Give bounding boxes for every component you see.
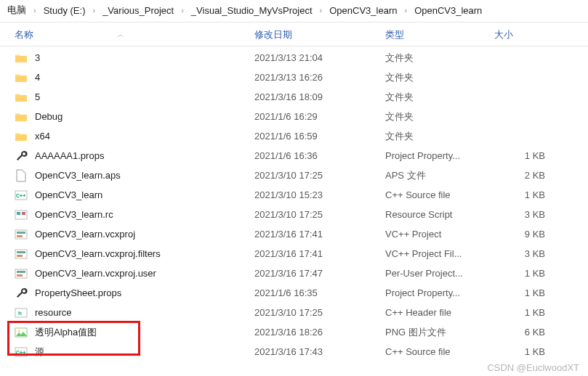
file-date: 2021/3/10 15:23 [254, 189, 385, 200]
svg-text:C++: C++ [16, 350, 25, 355]
column-header-size[interactable]: 大小 [494, 28, 560, 41]
file-row[interactable]: OpenCV3_learn.vcxproj.user2021/3/16 17:4… [0, 263, 588, 283]
file-size: 1 KB [494, 346, 560, 357]
rc-icon [15, 208, 28, 221]
file-name: 透明Alpha值图 [35, 326, 97, 339]
file-name: OpenCV3_learn [35, 189, 102, 200]
column-headers: 名称 ︿ 修改日期 类型 大小 [0, 27, 588, 46]
file-name: 5 [35, 91, 40, 102]
file-date: 2021/3/16 17:43 [254, 346, 385, 357]
wrench-icon [15, 287, 28, 300]
column-header-name[interactable]: 名称 ︿ [15, 28, 254, 41]
breadcrumb-item[interactable]: Study (E:) [41, 4, 89, 17]
file-name: OpenCV3_learn.vcxproj.user [35, 268, 156, 279]
chevron-right-icon: › [400, 6, 411, 15]
file-date: 2021/3/10 17:25 [254, 170, 385, 181]
column-label: 名称 [15, 28, 33, 41]
file-row[interactable]: OpenCV3_learn.vcxproj2021/3/16 17:41VC++… [0, 224, 588, 244]
vcproj-icon [15, 267, 28, 280]
file-name: 4 [35, 72, 40, 83]
file-size: 3 KB [494, 248, 560, 259]
file-date: 2021/3/16 17:47 [254, 268, 385, 279]
watermark: CSDN @EuclwoodXT [487, 362, 579, 373]
file-size: 6 KB [494, 327, 560, 338]
file-type: C++ Source file [385, 346, 494, 357]
file-type: VC++ Project Fil... [385, 248, 494, 259]
file-row[interactable]: 52021/3/16 18:09文件夹 [0, 87, 588, 107]
chevron-right-icon: › [29, 6, 41, 15]
file-row[interactable]: OpenCV3_learn.rc2021/3/10 17:25Resource … [0, 205, 588, 224]
folder-icon [15, 130, 28, 143]
breadcrumb-item[interactable]: 电脑 [4, 2, 29, 18]
file-type: 文件夹 [385, 91, 494, 104]
file-row[interactable]: hresource2021/3/10 17:25C++ Header file1… [0, 303, 588, 322]
file-date: 2021/3/16 17:41 [254, 248, 385, 259]
vcproj-icon [15, 248, 28, 261]
file-type: Project Property... [385, 150, 494, 161]
file-type: VC++ Project [385, 229, 494, 240]
folder-icon [15, 91, 28, 104]
svg-rect-8 [15, 250, 27, 258]
divider [0, 22, 588, 23]
file-name: AAAAAA1.props [35, 150, 104, 161]
file-name: 3 [35, 52, 40, 63]
svg-text:C++: C++ [16, 193, 25, 198]
file-row[interactable]: 32021/3/13 21:04文件夹 [0, 48, 588, 68]
file-row[interactable]: 透明Alpha值图2021/3/16 18:26PNG 图片文件6 KB [0, 322, 588, 342]
file-name: OpenCV3_learn.vcxproj.filters [35, 248, 161, 259]
file-row[interactable]: AAAAAA1.props2021/1/6 16:36Project Prope… [0, 146, 588, 165]
svg-rect-12 [17, 271, 25, 273]
file-row[interactable]: 42021/3/13 16:26文件夹 [0, 68, 588, 87]
wrench-icon [15, 150, 28, 163]
svg-rect-6 [17, 232, 25, 234]
file-row[interactable]: x642021/1/6 16:59文件夹 [0, 126, 588, 146]
file-date: 2021/3/13 21:04 [254, 52, 385, 63]
file-list: 32021/3/13 21:04文件夹42021/3/13 16:26文件夹52… [0, 46, 588, 361]
file-date: 2021/1/6 16:29 [254, 111, 385, 122]
file-size: 1 KB [494, 268, 560, 279]
file-date: 2021/3/10 17:25 [254, 307, 385, 318]
column-header-date[interactable]: 修改日期 [254, 28, 385, 41]
file-type: 文件夹 [385, 52, 494, 65]
file-date: 2021/1/6 16:35 [254, 287, 385, 298]
file-date: 2021/1/6 16:36 [254, 150, 385, 161]
file-type: 文件夹 [385, 110, 494, 123]
file-row[interactable]: OpenCV3_learn.vcxproj.filters2021/3/16 1… [0, 244, 588, 263]
breadcrumb-item[interactable]: _Visual_Studio_MyVsProject [188, 4, 315, 17]
file-row[interactable]: C++OpenCV3_learn2021/3/10 15:23C++ Sourc… [0, 185, 588, 205]
file-date: 2021/3/13 16:26 [254, 72, 385, 83]
file-row[interactable]: PropertySheet.props2021/1/6 16:35Project… [0, 283, 588, 303]
svg-point-17 [18, 330, 20, 332]
file-date: 2021/3/16 18:09 [254, 91, 385, 102]
file-row[interactable]: OpenCV3_learn.aps2021/3/10 17:25APS 文件2 … [0, 165, 588, 185]
file-name: x64 [35, 131, 50, 142]
column-header-type[interactable]: 类型 [385, 28, 494, 41]
file-name: PropertySheet.props [35, 287, 121, 298]
chevron-right-icon: › [177, 6, 188, 15]
breadcrumb-item[interactable]: OpenCV3_learn [411, 4, 485, 17]
cpp-icon: C++ [15, 189, 28, 202]
file-name: 源 [35, 346, 44, 359]
file-date: 2021/1/6 16:59 [254, 131, 385, 142]
png-icon [15, 326, 28, 339]
file-type: Project Property... [385, 287, 494, 298]
svg-rect-9 [17, 251, 25, 253]
file-size: 1 KB [494, 307, 560, 318]
file-name: OpenCV3_learn.rc [35, 209, 113, 220]
file-name: resource [35, 307, 72, 318]
file-size: 1 KB [494, 189, 560, 200]
folder-icon [15, 52, 28, 65]
file-icon [15, 169, 28, 182]
file-row[interactable]: Debug2021/1/6 16:29文件夹 [0, 107, 588, 126]
svg-rect-4 [22, 212, 25, 215]
breadcrumb-item[interactable]: _Various_Project [100, 4, 177, 17]
file-type: 文件夹 [385, 71, 494, 84]
file-type: C++ Header file [385, 307, 494, 318]
file-date: 2021/3/16 17:41 [254, 229, 385, 240]
file-name: OpenCV3_learn.vcxproj [35, 229, 135, 240]
breadcrumb-item[interactable]: OpenCV3_learn [326, 4, 400, 17]
svg-rect-5 [15, 230, 27, 239]
svg-rect-11 [15, 269, 27, 278]
file-row[interactable]: C++源2021/3/16 17:43C++ Source file1 KB [0, 342, 588, 361]
file-type: APS 文件 [385, 169, 494, 182]
